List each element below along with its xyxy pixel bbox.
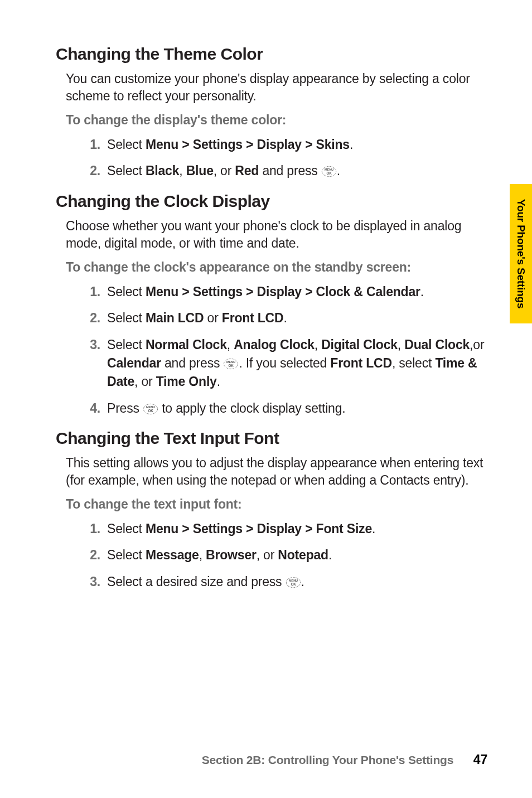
step-text: Select — [107, 284, 146, 299]
option: Calendar — [107, 356, 161, 370]
step-text: , — [179, 163, 186, 178]
step-text: and press — [259, 163, 321, 178]
step-number: 1. — [84, 136, 100, 154]
step-text: Select — [107, 311, 146, 325]
step-text: . — [372, 521, 375, 536]
lead-text: To change the display's theme color: — [66, 113, 487, 128]
step-text: Select — [107, 137, 146, 152]
option: Time Only — [156, 374, 217, 389]
option: Front LCD — [222, 311, 284, 325]
step-text: Press — [107, 401, 143, 415]
step-item: 4. Press to apply the clock display sett… — [84, 399, 487, 418]
option: Notepad — [278, 548, 328, 562]
step-text: Select a desired size and press — [107, 574, 286, 589]
menu-path: Menu > Settings > Display > Skins — [146, 137, 350, 152]
paragraph: You can customize your phone's display a… — [66, 70, 487, 105]
heading-clock-display: Changing the Clock Display — [56, 192, 487, 211]
step-text: . — [350, 137, 353, 152]
menu-ok-icon — [321, 164, 337, 176]
step-text: Select — [107, 337, 146, 352]
step-number: 4. — [84, 399, 100, 418]
step-item: 2. Select Message, Browser, or Notepad. — [84, 546, 487, 564]
lead-text: To change the text input font: — [66, 497, 487, 512]
paragraph: Choose whether you want your phone's clo… — [66, 217, 487, 252]
step-text: , — [199, 548, 206, 562]
step-text: , or — [257, 548, 278, 562]
option: Blue — [186, 163, 214, 178]
step-text: ,or — [470, 337, 484, 352]
step-text: , or — [134, 374, 156, 389]
option: Normal Clock — [146, 337, 227, 352]
option: Message — [146, 548, 199, 562]
step-text: , or — [214, 163, 235, 178]
step-number: 2. — [84, 309, 100, 327]
option: Red — [235, 163, 259, 178]
step-text: . — [301, 574, 304, 589]
page-number: 47 — [473, 752, 487, 767]
step-text: Select — [107, 163, 146, 178]
step-text: . — [328, 548, 332, 562]
option: Front LCD — [330, 356, 392, 370]
step-item: 3. Select a desired size and press . — [84, 573, 487, 591]
step-item: 1. Select Menu > Settings > Display > Cl… — [84, 283, 487, 301]
step-item: 2. Select Main LCD or Front LCD. — [84, 309, 487, 327]
step-text: , — [398, 337, 404, 352]
step-number: 1. — [84, 520, 100, 538]
heading-text-input-font: Changing the Text Input Font — [56, 429, 487, 448]
step-text: , select — [392, 356, 435, 370]
step-text: and press — [161, 356, 224, 370]
paragraph: This setting allows you to adjust the di… — [66, 454, 487, 489]
option: Digital Clock — [321, 337, 398, 352]
side-tab: Your Phone's Settings — [510, 184, 532, 323]
step-text: . — [283, 311, 287, 325]
step-text: Select — [107, 521, 146, 536]
step-item: 3. Select Normal Clock, Analog Clock, Di… — [84, 336, 487, 391]
page-footer: Section 2B: Controlling Your Phone's Set… — [56, 752, 487, 767]
step-item: 1. Select Menu > Settings > Display > Fo… — [84, 520, 487, 538]
step-number: 2. — [84, 162, 100, 180]
step-number: 2. — [84, 546, 100, 564]
menu-ok-icon — [286, 575, 301, 587]
option: Dual Clock — [404, 337, 470, 352]
step-number: 3. — [84, 573, 100, 591]
option: Black — [146, 163, 179, 178]
menu-path: Menu > Settings > Display > Font Size — [146, 521, 372, 536]
side-tab-label: Your Phone's Settings — [515, 199, 527, 308]
menu-ok-icon — [223, 356, 239, 368]
menu-ok-icon — [143, 402, 158, 413]
step-item: 1. Select Menu > Settings > Display > Sk… — [84, 136, 487, 154]
heading-theme-color: Changing the Theme Color — [56, 45, 487, 64]
option: Main LCD — [146, 311, 204, 325]
menu-path: Menu > Settings > Display > Clock & Cale… — [146, 284, 420, 299]
step-text: Select — [107, 548, 146, 562]
step-text: . — [420, 284, 424, 299]
step-text: . If you selected — [239, 356, 330, 370]
step-text: , — [315, 337, 321, 352]
step-number: 1. — [84, 283, 100, 301]
lead-text: To change the clock's appearance on the … — [66, 260, 487, 275]
step-text: . — [337, 163, 340, 178]
step-text: to apply the clock display setting. — [158, 401, 345, 415]
step-text: , — [227, 337, 234, 352]
option: Browser — [206, 548, 257, 562]
option: Analog Clock — [234, 337, 315, 352]
step-text: . — [217, 374, 220, 389]
step-text: or — [204, 311, 221, 325]
footer-section: Section 2B: Controlling Your Phone's Set… — [202, 753, 453, 766]
step-number: 3. — [84, 336, 100, 354]
step-item: 2. Select Black, Blue, or Red and press … — [84, 162, 487, 180]
